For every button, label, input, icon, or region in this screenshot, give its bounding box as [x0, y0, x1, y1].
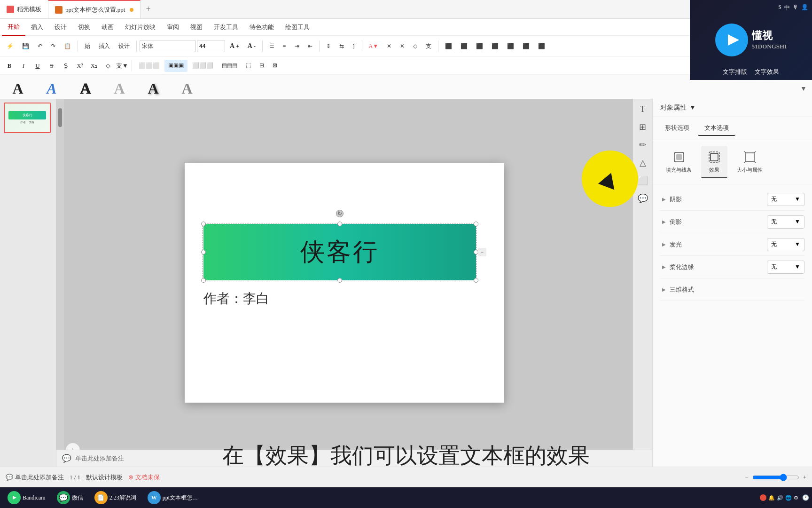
taskbar-ppt[interactable]: W ppt文本框怎…: [143, 489, 203, 506]
text-style-1[interactable]: A: [4, 77, 32, 101]
redo-btn[interactable]: ↷: [47, 40, 59, 53]
handle-bl[interactable]: [201, 278, 206, 283]
font-size-increase[interactable]: A+: [226, 40, 243, 53]
zoom-slider[interactable]: [752, 474, 799, 481]
sys-icon-network[interactable]: 🌐: [785, 495, 792, 501]
panel-size-props[interactable]: 大小与属性: [731, 146, 768, 178]
font-size-decrease[interactable]: A-: [244, 40, 259, 53]
prop-arrow-glow[interactable]: ▶: [660, 241, 668, 248]
copy-btn[interactable]: 📋: [60, 40, 75, 53]
align-center[interactable]: ⬛: [457, 40, 471, 53]
clear-format[interactable]: ✕: [383, 40, 395, 53]
prop-dropdown-shadow[interactable]: 无 ▼: [767, 193, 804, 206]
text-align-center2[interactable]: ▣▣▣: [164, 60, 187, 72]
text-align-right[interactable]: ⬜⬜⬜: [188, 60, 217, 72]
taskbar-bandicam[interactable]: Bandicam: [3, 489, 50, 506]
text-align-left[interactable]: ⬜⬜⬜: [135, 60, 164, 72]
superscript-btn[interactable]: X₂: [87, 60, 101, 72]
ribbon-tab-special[interactable]: 特色功能: [244, 19, 280, 36]
prop-arrow-3d[interactable]: ▶: [660, 286, 668, 294]
rotate-handle[interactable]: ↻: [336, 210, 344, 217]
tool-text[interactable]: T: [634, 101, 651, 118]
panel-tab-text[interactable]: 文本选项: [698, 121, 735, 136]
panel-fill-stroke[interactable]: 填充与线条: [660, 146, 697, 178]
design-label2[interactable]: 设计: [115, 40, 133, 53]
prop-dropdown-glow[interactable]: 无 ▼: [767, 238, 804, 251]
zoom-in-btn[interactable]: +: [803, 474, 806, 481]
text-direction[interactable]: ⇆: [336, 40, 348, 53]
shape-btn[interactable]: ◇: [409, 40, 421, 53]
taskbar-wechat[interactable]: 💬 微信: [52, 489, 88, 506]
text-box[interactable]: ↻ 侠客行 −: [203, 224, 476, 280]
sys-icon-speaker[interactable]: 🔊: [777, 495, 783, 501]
text-style-2[interactable]: A: [38, 77, 66, 101]
handle-tl[interactable]: [201, 222, 206, 226]
panel-tab-shape[interactable]: 形状选项: [658, 121, 696, 136]
handle-ml[interactable]: [201, 250, 206, 254]
insert-label2[interactable]: 插入: [95, 40, 114, 53]
tool-shape[interactable]: △: [634, 154, 651, 171]
tool-pen[interactable]: ✏: [634, 136, 651, 153]
prop-dropdown-reflection[interactable]: 无 ▼: [767, 215, 804, 229]
text-style-5[interactable]: A: [139, 77, 167, 101]
align-left[interactable]: ⬛: [441, 40, 456, 53]
slide-thumbnail[interactable]: 侠客行 作者：李白: [4, 103, 51, 133]
prop-arrow-reflection[interactable]: ▶: [660, 218, 668, 226]
text-style-more[interactable]: ▼: [799, 84, 808, 94]
ribbon-tab-animation[interactable]: 动画: [96, 19, 119, 36]
text-col3[interactable]: ⬛: [534, 40, 549, 53]
zoom-out-btn[interactable]: −: [745, 474, 748, 481]
shadow-text-btn[interactable]: S̲: [59, 60, 72, 72]
text-wrap1[interactable]: ⬚: [242, 60, 255, 72]
tool-layers[interactable]: ⊞: [634, 119, 651, 135]
taskbar-doc[interactable]: 📄 2.23解说词: [90, 489, 141, 506]
save-btn[interactable]: 💾: [18, 40, 33, 53]
columns[interactable]: ⫿: [349, 40, 359, 53]
align-justify[interactable]: ⬛: [488, 40, 502, 53]
ribbon-tab-review[interactable]: 审阅: [161, 19, 185, 36]
handle-bc[interactable]: [337, 278, 342, 283]
sys-icon-battery[interactable]: ⚙: [794, 495, 798, 501]
ribbon-tab-design[interactable]: 设计: [49, 19, 72, 36]
strikethrough2[interactable]: ✕: [396, 40, 408, 53]
start-label[interactable]: 始: [81, 40, 94, 53]
ribbon-tab-draw[interactable]: 绘图工具: [280, 19, 315, 36]
undo-btn[interactable]: ↶: [34, 40, 46, 53]
text-wrap2[interactable]: ⊟: [256, 60, 268, 72]
indent-increase[interactable]: ⇥: [291, 40, 303, 53]
ribbon-tab-devtools[interactable]: 开发工具: [208, 19, 244, 36]
text-style-4[interactable]: A: [105, 77, 133, 101]
indent-decrease[interactable]: ⇤: [304, 40, 316, 53]
ribbon-tab-insert[interactable]: 插入: [25, 19, 49, 36]
strikethrough-btn[interactable]: S: [45, 60, 58, 72]
ribbon-tab-view[interactable]: 视图: [185, 19, 208, 36]
panel-effect[interactable]: 效果: [701, 146, 727, 178]
text-align-justify2[interactable]: ▤▤▤: [218, 60, 241, 72]
bullet-list[interactable]: ☰: [265, 40, 278, 53]
font-color-btn[interactable]: A▼: [365, 40, 383, 53]
tab-add-button[interactable]: +: [141, 2, 156, 17]
italic-btn[interactable]: I: [17, 60, 30, 72]
note-button[interactable]: 💬 单击此处添加备注: [6, 473, 64, 482]
diamond-btn[interactable]: ◇: [102, 60, 115, 72]
vertical-scrollbar[interactable]: [56, 99, 64, 467]
handle-br[interactable]: [474, 278, 478, 283]
collapse-btn[interactable]: −: [478, 248, 486, 256]
zhi-btn[interactable]: 支▼: [116, 60, 129, 72]
subscript-btn[interactable]: X²: [73, 60, 86, 72]
text-style-3[interactable]: A: [71, 77, 100, 101]
tab-ppt[interactable]: ppt文本框怎么设置.ppt: [48, 0, 141, 18]
handle-tc[interactable]: [337, 222, 342, 226]
tab-daoke[interactable]: 稻壳模板: [0, 0, 48, 18]
bold-btn[interactable]: B: [3, 60, 16, 72]
tool-caption[interactable]: 💬: [634, 190, 651, 207]
text-wrap3[interactable]: ⊠: [269, 60, 281, 72]
font-name-input[interactable]: [140, 40, 196, 52]
numbered-list[interactable]: ≡: [279, 40, 290, 53]
sys-icon-bell[interactable]: 🔔: [768, 495, 775, 501]
text-col2[interactable]: ⬛: [519, 40, 533, 53]
prop-arrow-soft[interactable]: ▶: [660, 263, 668, 271]
line-spacing[interactable]: ⇕: [322, 40, 335, 53]
ribbon-tab-slideshow[interactable]: 幻灯片放映: [119, 19, 161, 36]
ribbon-tab-transition[interactable]: 切换: [72, 19, 96, 36]
